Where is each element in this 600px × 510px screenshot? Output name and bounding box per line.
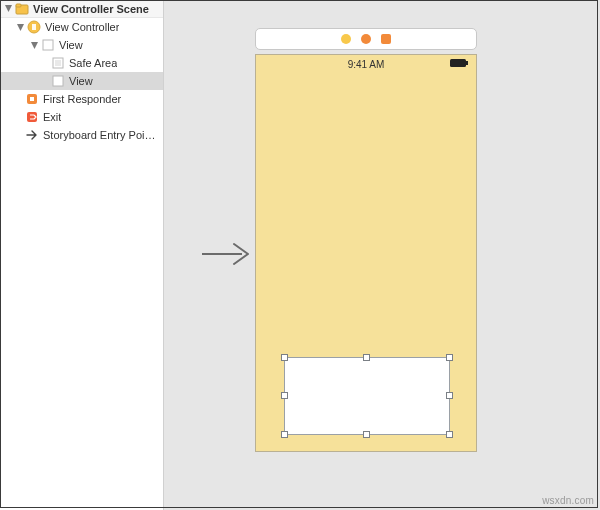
app-root: View Controller Scene View Controller Vi…	[0, 0, 600, 510]
resize-handle-icon[interactable]	[281, 431, 288, 438]
scene-title-bar[interactable]	[255, 28, 477, 50]
resize-handle-icon[interactable]	[281, 392, 288, 399]
outline-row-entry-point[interactable]: Storyboard Entry Poi…	[0, 126, 163, 144]
document-outline[interactable]: View Controller Scene View Controller Vi…	[0, 0, 164, 510]
selected-subview[interactable]	[284, 357, 450, 435]
resize-handle-icon[interactable]	[446, 354, 453, 361]
scene-folder-icon	[15, 2, 29, 16]
safe-area-icon	[51, 56, 65, 70]
view-controller-label: View Controller	[45, 21, 119, 33]
battery-icon	[450, 58, 470, 70]
svg-rect-5	[32, 24, 36, 30]
storyboard-canvas[interactable]: 9:41 AM	[164, 0, 600, 510]
dot-icon	[361, 34, 371, 44]
status-bar: 9:41 AM	[256, 55, 476, 73]
svg-marker-6	[31, 42, 38, 49]
outline-row-scene[interactable]: View Controller Scene	[0, 0, 163, 18]
svg-rect-10	[53, 76, 63, 86]
outline-row-root-view[interactable]: View	[0, 36, 163, 54]
outline-row-exit[interactable]: Exit	[0, 108, 163, 126]
dot-icon	[341, 34, 351, 44]
first-responder-icon	[25, 92, 39, 106]
resize-handle-icon[interactable]	[281, 354, 288, 361]
resize-handle-icon[interactable]	[363, 354, 370, 361]
device-canvas-view[interactable]: 9:41 AM	[255, 54, 477, 452]
root-view-label: View	[59, 39, 83, 51]
resize-handle-icon[interactable]	[446, 431, 453, 438]
resize-handle-icon[interactable]	[363, 431, 370, 438]
safe-area-label: Safe Area	[69, 57, 117, 69]
outline-row-first-responder[interactable]: First Responder	[0, 90, 163, 108]
status-time: 9:41 AM	[348, 59, 385, 70]
entry-point-arrow-icon[interactable]	[200, 240, 252, 270]
outline-row-child-view[interactable]: View	[0, 72, 163, 90]
outline-row-view-controller[interactable]: View Controller	[0, 18, 163, 36]
svg-rect-14	[450, 59, 466, 67]
view-icon	[51, 74, 65, 88]
disclosure-triangle-icon[interactable]	[30, 41, 39, 50]
svg-rect-7	[43, 40, 53, 50]
exit-icon	[25, 110, 39, 124]
entry-point-label: Storyboard Entry Poi…	[43, 129, 156, 141]
svg-rect-12	[30, 97, 34, 101]
arrow-right-icon	[25, 128, 39, 142]
watermark-text: wsxdn.com	[542, 495, 594, 506]
svg-rect-2	[16, 4, 21, 7]
resize-handle-icon[interactable]	[446, 392, 453, 399]
svg-marker-3	[17, 24, 24, 31]
view-controller-icon	[27, 20, 41, 34]
scene-header-label: View Controller Scene	[33, 3, 149, 15]
outline-row-safe-area[interactable]: Safe Area	[0, 54, 163, 72]
exit-label: Exit	[43, 111, 61, 123]
disclosure-triangle-icon[interactable]	[16, 23, 25, 32]
svg-rect-15	[466, 61, 468, 65]
disclosure-triangle-icon[interactable]	[4, 4, 13, 13]
view-icon	[41, 38, 55, 52]
first-responder-label: First Responder	[43, 93, 121, 105]
svg-rect-9	[55, 60, 61, 66]
svg-marker-0	[5, 5, 12, 12]
square-icon	[381, 34, 391, 44]
child-view-label: View	[69, 75, 93, 87]
